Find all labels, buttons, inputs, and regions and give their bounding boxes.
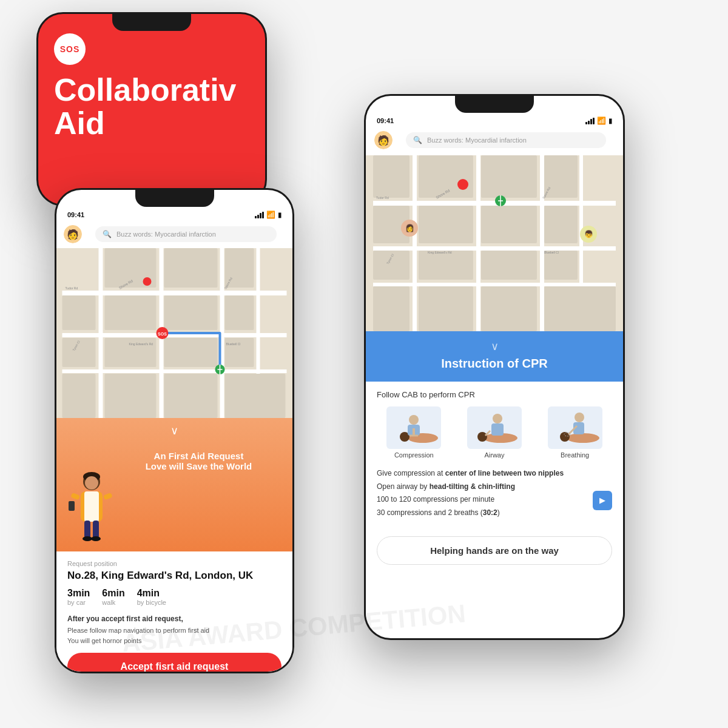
cpr-figure-breathing: Breathing <box>548 406 602 459</box>
search-bar[interactable]: 🔍 Buzz words: Myocardial infarction <box>406 132 606 148</box>
notch <box>112 14 191 31</box>
svg-point-46 <box>91 536 101 541</box>
title-line2: Aid <box>54 106 105 141</box>
cpr-map-svg: Shore Rd Tyron Cl King Edward's Rd Spore… <box>366 155 623 331</box>
search-icon: 🔍 <box>413 136 422 144</box>
signal-icon <box>255 212 264 218</box>
splash-phone: SOS Collaborativ Aid <box>36 12 267 206</box>
status-icons: 📶 ▮ <box>255 211 281 219</box>
compression-label: Compression <box>394 451 434 459</box>
sos-badge: SOS <box>54 33 86 65</box>
svg-rect-53 <box>540 155 544 331</box>
svg-rect-64 <box>419 251 473 280</box>
svg-rect-68 <box>419 286 473 331</box>
svg-rect-40 <box>70 493 80 500</box>
map-screen: 09:41 📶 ▮ 🧑 🔍 Buzz words: Myocardial inf… <box>56 190 292 672</box>
svg-text:Bluebell Cl: Bluebell Cl <box>544 251 559 254</box>
svg-rect-60 <box>419 206 473 243</box>
play-button[interactable]: ▶ <box>593 491 612 510</box>
battery-icon: ▮ <box>608 117 612 125</box>
signal-icon <box>585 118 595 124</box>
travel-times: 3min by car 6min walk 4min by bicycle <box>67 588 281 606</box>
svg-text:Tudor Rd: Tudor Rd <box>376 196 389 200</box>
svg-text:King Edward's Rd: King Edward's Rd <box>129 342 153 346</box>
svg-text:Tudor Rd: Tudor Rd <box>66 286 78 290</box>
svg-point-45 <box>83 536 92 541</box>
svg-rect-41 <box>103 493 113 500</box>
status-bar: 09:41 📶 ▮ <box>56 207 292 220</box>
svg-point-37 <box>85 476 98 490</box>
svg-rect-21 <box>164 374 218 418</box>
svg-rect-17 <box>164 338 218 367</box>
splash-title: Collaborativ Aid <box>54 73 249 140</box>
map-view: SOS Shore Rd Tyron Cl King Edward's Rd S… <box>56 248 292 418</box>
title-line1: Collaborativ <box>54 72 237 107</box>
svg-rect-22 <box>225 374 286 418</box>
request-text: An First Aid Request Love will Save the … <box>97 433 252 471</box>
travel-bicycle: 4min by bicycle <box>137 588 166 606</box>
panel-indicator: ∨ <box>377 340 612 353</box>
status-bar: 09:41 📶 ▮ <box>366 113 623 126</box>
svg-text:SOS: SOS <box>158 332 167 336</box>
svg-text:👦: 👦 <box>584 229 593 238</box>
request-sub1: Please follow map navigation to perform … <box>67 627 209 634</box>
sos-text: SOS <box>60 44 80 54</box>
svg-point-96 <box>567 433 599 443</box>
request-sub: Please follow map navigation to perform … <box>67 625 281 645</box>
request-address: No.28, King Edward's Rd, London, UK <box>67 570 281 582</box>
instruction-line1: Give compression at center of line betwe… <box>377 467 612 480</box>
map-svg: SOS Shore Rd Tyron Cl King Edward's Rd S… <box>56 248 292 418</box>
svg-text:Bluebell Cl: Bluebell Cl <box>226 342 241 346</box>
woman-figure <box>67 470 116 548</box>
cpr-figure-compression: Compression <box>386 406 441 459</box>
blue-panel: ∨ Instruction of CPR <box>366 331 623 382</box>
svg-rect-14 <box>62 295 96 330</box>
svg-rect-44 <box>93 521 99 539</box>
svg-point-87 <box>409 415 419 425</box>
status-icons: 📶 ▮ <box>585 116 612 125</box>
request-position-label: Request position <box>67 560 281 567</box>
request-wave: ∨ <box>56 418 292 551</box>
instruction-line3: 100 to 120 compressions per minute ▶ <box>377 493 612 507</box>
cpr-figure-airway: Airway <box>467 406 522 459</box>
cpr-content: Follow CAB to perform CPR <box>366 382 623 536</box>
svg-point-98 <box>575 413 584 422</box>
svg-text:King Edward's Rd: King Edward's Rd <box>428 251 452 254</box>
compression-img <box>386 406 441 449</box>
svg-point-92 <box>477 432 487 442</box>
search-bar[interactable]: 🔍 Buzz words: Myocardial infarction <box>95 226 277 242</box>
svg-point-28 <box>143 277 152 286</box>
helping-hands-button[interactable]: Helping hands are on the way <box>377 536 612 565</box>
search-icon: 🔍 <box>103 230 112 238</box>
svg-rect-1 <box>62 291 287 295</box>
avatar: 🧑 <box>64 225 82 243</box>
svg-rect-3 <box>62 369 287 373</box>
svg-rect-56 <box>481 155 537 198</box>
travel-walk: 6min walk <box>102 588 124 606</box>
notch <box>455 96 534 113</box>
svg-rect-69 <box>481 286 537 331</box>
request-note: After you accept first aid request, <box>67 615 281 623</box>
accept-button[interactable]: Accept fisrt aid request <box>67 653 281 672</box>
search-placeholder: Buzz words: Myocardial infarction <box>427 136 527 144</box>
svg-rect-70 <box>544 286 616 331</box>
airway-label: Airway <box>484 451 504 459</box>
svg-rect-4 <box>99 248 103 418</box>
wifi-icon: 📶 <box>266 211 275 219</box>
cpr-instructions: Give compression at center of line betwe… <box>377 467 612 519</box>
breathing-img <box>548 406 602 449</box>
request-line1: An First Aid Request <box>146 451 252 461</box>
time-display: 09:41 <box>377 117 394 124</box>
wave-indicator: ∨ <box>170 424 178 437</box>
time-display: 09:41 <box>67 211 84 218</box>
svg-text:👩: 👩 <box>405 223 414 232</box>
notch <box>135 190 214 207</box>
svg-rect-42 <box>69 501 75 511</box>
svg-rect-62 <box>544 206 578 243</box>
cpr-phone: 09:41 📶 ▮ 🧑 🔍 Buzz words: Myocardial inf… <box>364 94 625 640</box>
svg-rect-9 <box>164 248 218 288</box>
svg-rect-51 <box>413 155 417 331</box>
request-line2: Love will Save the World <box>146 461 252 471</box>
search-placeholder: Buzz words: Myocardial infarction <box>116 231 216 238</box>
svg-rect-11 <box>105 295 157 330</box>
